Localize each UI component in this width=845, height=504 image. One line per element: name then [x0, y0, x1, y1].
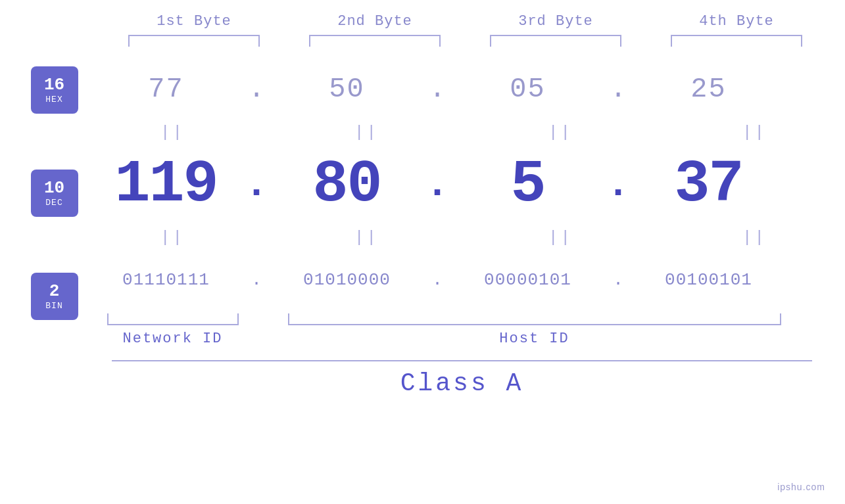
content-area: 16 HEX 10 DEC 2 BIN 77 .: [0, 60, 845, 347]
main-container: 1st Byte 2nd Byte 3rd Byte 4th Byte 16 H…: [0, 0, 845, 504]
top-bracket-4: [646, 35, 827, 47]
eq-cell-2-3: ||: [470, 229, 651, 246]
hex-cell-3: 05: [444, 74, 612, 105]
network-bracket-line: [107, 313, 239, 325]
bracket-top-line-4: [671, 35, 802, 47]
host-label: Host ID: [499, 331, 569, 347]
eq-sign-1: ||: [160, 124, 185, 141]
hex-cell-4: 25: [625, 74, 792, 105]
bin-dot-2: .: [431, 270, 444, 290]
bin-value-1: 01110111: [122, 270, 210, 290]
hex-badge: 16 HEX: [31, 66, 78, 114]
eq-sign-2-2: ||: [354, 229, 379, 246]
bin-cell-2: 01010000: [263, 270, 431, 290]
eq-sign-2: ||: [354, 124, 379, 141]
dec-dot-3: .: [612, 162, 625, 207]
bin-dot-icon-2: .: [432, 270, 443, 290]
hex-badge-number: 16: [44, 76, 64, 95]
hex-dot-2: .: [431, 74, 444, 105]
bin-dot-3: .: [612, 270, 625, 290]
hex-dot-3: .: [612, 74, 625, 105]
eq-sign-4: ||: [742, 124, 767, 141]
bin-badge-number: 2: [49, 282, 60, 301]
hex-cell-2: 50: [263, 74, 431, 105]
dec-value-3: 5: [510, 151, 544, 218]
hex-dot-icon-3: .: [610, 74, 626, 105]
eq-cell-3: ||: [470, 124, 651, 141]
bin-cell-1: 01110111: [82, 270, 250, 290]
eq-cell-2: ||: [276, 124, 457, 141]
bin-dot-icon-1: .: [251, 270, 262, 290]
hex-value-1: 77: [148, 74, 183, 105]
class-row-wrapper: Class A: [0, 360, 845, 398]
dec-badge: 10 DEC: [31, 170, 78, 217]
hex-dot-icon-1: .: [248, 74, 264, 105]
dec-cell-1: 119: [82, 151, 250, 218]
network-label: Network ID: [122, 331, 222, 347]
class-label-row: Class A: [112, 369, 812, 398]
hex-badge-label: HEX: [45, 95, 62, 104]
dec-value-1: 119: [114, 151, 217, 218]
bracket-top-line-3: [490, 35, 621, 47]
bin-badge: 2 BIN: [31, 273, 78, 320]
bin-dot-1: .: [250, 270, 263, 290]
bin-value-4: 00100101: [665, 270, 752, 290]
dec-cell-2: 80: [263, 151, 431, 218]
dec-value-4: 37: [674, 151, 742, 218]
eq-sign-2-1: ||: [160, 229, 185, 246]
hex-value-4: 25: [690, 74, 726, 105]
byte-header-4: 4th Byte: [646, 13, 827, 30]
data-rows: 77 . 50 . 05 . 25: [82, 60, 845, 347]
hex-row: 77 . 50 . 05 . 25: [82, 60, 845, 119]
bracket-top-line-1: [128, 35, 260, 47]
eq-sign-2-3: ||: [548, 229, 573, 246]
top-bracket-1: [104, 35, 285, 47]
dec-cell-4: 37: [625, 151, 792, 218]
dec-badge-number: 10: [44, 179, 64, 198]
badges-column: 16 HEX 10 DEC 2 BIN: [26, 60, 82, 320]
class-bracket-line: [112, 360, 812, 361]
bin-row: 01110111 . 01010000 . 00000101 .: [82, 250, 845, 309]
eq-cell-4: ||: [664, 124, 845, 141]
equals-row-2: || || || ||: [82, 224, 845, 250]
hex-dot-1: .: [250, 74, 263, 105]
eq-sign-3: ||: [548, 124, 573, 141]
top-brackets: [0, 35, 845, 47]
hex-cell-1: 77: [82, 74, 250, 105]
host-bracket: Host ID: [263, 313, 806, 347]
dec-row: 119 . 80 . 5 . 37: [82, 145, 845, 224]
bottom-brackets-row: Network ID Host ID: [82, 313, 845, 347]
dec-dot-2: .: [431, 162, 444, 207]
dec-value-2: 80: [312, 151, 381, 218]
byte-headers-row: 1st Byte 2nd Byte 3rd Byte 4th Byte: [0, 13, 845, 30]
bin-dot-icon-3: .: [613, 270, 623, 290]
hex-dot-icon-2: .: [429, 74, 445, 105]
eq-cell-2-2: ||: [276, 229, 457, 246]
equals-row-1: || || || ||: [82, 119, 845, 145]
eq-cell-2-1: ||: [82, 229, 263, 246]
class-label: Class A: [400, 369, 524, 398]
hex-value-2: 50: [329, 74, 364, 105]
dec-dot-1: .: [250, 162, 263, 207]
eq-cell-2-4: ||: [664, 229, 845, 246]
top-bracket-2: [285, 35, 466, 47]
network-bracket: Network ID: [82, 313, 263, 347]
dec-badge-label: DEC: [45, 198, 62, 208]
bin-cell-4: 00100101: [625, 270, 792, 290]
bracket-top-line-2: [309, 35, 441, 47]
watermark: ipshu.com: [777, 482, 825, 492]
bin-badge-label: BIN: [45, 301, 62, 311]
eq-sign-2-4: ||: [742, 229, 767, 246]
byte-header-2: 2nd Byte: [285, 13, 466, 30]
byte-header-1: 1st Byte: [104, 13, 285, 30]
hex-value-3: 05: [510, 74, 545, 105]
eq-cell-1: ||: [82, 124, 263, 141]
byte-header-3: 3rd Byte: [466, 13, 646, 30]
host-bracket-line: [288, 313, 781, 325]
bin-cell-3: 00000101: [444, 270, 612, 290]
bin-value-3: 00000101: [484, 270, 571, 290]
dec-cell-3: 5: [444, 151, 612, 218]
bin-value-2: 01010000: [303, 270, 391, 290]
top-bracket-3: [466, 35, 646, 47]
